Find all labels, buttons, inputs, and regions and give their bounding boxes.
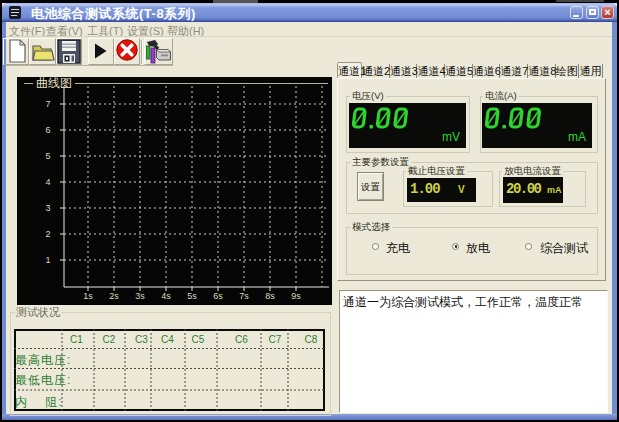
svg-text:C5: C5	[192, 334, 205, 345]
svg-text:6s: 6s	[213, 291, 223, 301]
svg-text:4: 4	[45, 177, 50, 187]
svg-text:9s: 9s	[291, 291, 301, 301]
svg-text:2s: 2s	[109, 291, 119, 301]
svg-text:5s: 5s	[187, 291, 197, 301]
svg-text:C3: C3	[135, 334, 148, 345]
svg-text:7: 7	[45, 99, 50, 109]
svg-text:C2: C2	[103, 334, 116, 345]
svg-text:C1: C1	[70, 334, 83, 345]
svg-text:8s: 8s	[265, 291, 275, 301]
svg-text:C7: C7	[269, 334, 282, 345]
svg-text:1: 1	[45, 255, 50, 265]
svg-text:C4: C4	[161, 334, 174, 345]
svg-text:1s: 1s	[83, 291, 93, 301]
svg-text:6: 6	[45, 125, 50, 135]
svg-text:C6: C6	[235, 334, 248, 345]
svg-text:3: 3	[45, 203, 50, 213]
svg-text:5: 5	[45, 151, 50, 161]
svg-text:7s: 7s	[239, 291, 249, 301]
svg-text:C8: C8	[305, 334, 318, 345]
svg-text:mV: mV	[442, 130, 460, 144]
svg-text:mA: mA	[568, 130, 586, 144]
svg-text:3s: 3s	[135, 291, 145, 301]
svg-text:2: 2	[45, 229, 50, 239]
svg-text:4s: 4s	[161, 291, 171, 301]
